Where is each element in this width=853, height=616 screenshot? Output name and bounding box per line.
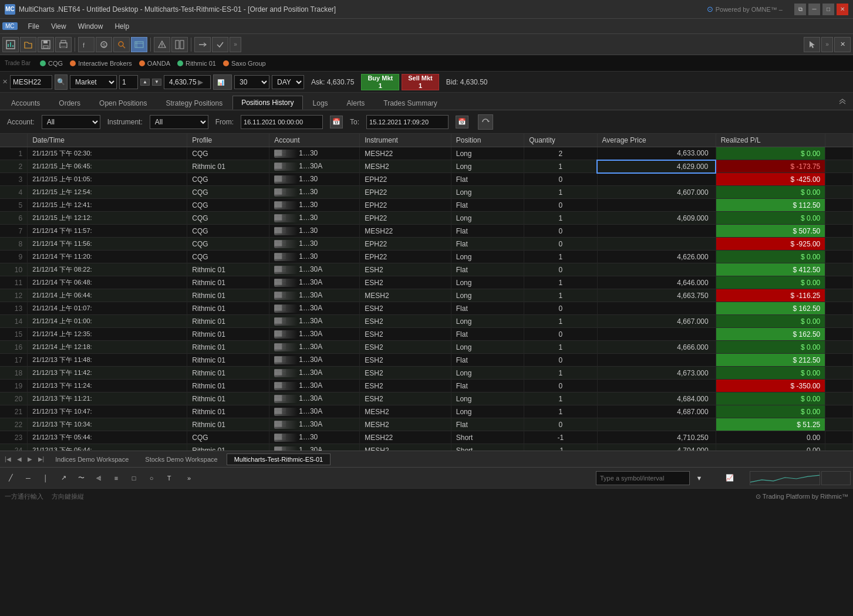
instrument-filter[interactable]: All <box>150 115 208 129</box>
table-row[interactable]: 20 21/12/13 下午 11:21: Rithmic 01 ▓▓░1…30… <box>0 392 853 405</box>
from-date-input[interactable] <box>241 115 323 129</box>
expand-btn[interactable] <box>834 96 851 110</box>
tab-logs[interactable]: Logs <box>304 96 337 110</box>
tab-stocks-workspace[interactable]: Stocks Demo Workspace <box>137 453 225 465</box>
tab-trades-summary[interactable]: Trades Summary <box>375 96 446 110</box>
table-row[interactable]: 16 21/12/14 上午 12:18: Rithmic 01 ▓▓░1…30… <box>0 341 853 354</box>
strategy-btn[interactable]: S <box>96 37 112 52</box>
tab-positions-history[interactable]: Positions History <box>232 96 302 110</box>
tab-strategy-positions[interactable]: Strategy Positions <box>157 96 231 110</box>
restore-btn[interactable]: ⧉ <box>794 4 806 15</box>
maximize-btn[interactable]: □ <box>822 4 834 15</box>
table-row[interactable]: 14 21/12/14 上午 01:00: Rithmic 01 ▓▓░1…30… <box>0 315 853 328</box>
table-row[interactable]: 13 21/12/14 上午 01:07: Rithmic 01 ▓▓░1…30… <box>0 302 853 315</box>
close-btn[interactable]: ✕ <box>837 4 848 15</box>
table-row[interactable]: 19 21/12/13 下午 11:24: Rithmic 01 ▓▓░1…30… <box>0 380 853 392</box>
chart-select[interactable]: 30 <box>234 75 269 89</box>
table-row[interactable]: 23 21/12/13 下午 05:44: CQG ▓▓░1…30 MESH22… <box>0 431 853 444</box>
qty-up-btn[interactable]: ▲ <box>140 79 150 86</box>
price-icon-btn[interactable]: 📊 <box>213 75 232 90</box>
order-tracker-btn[interactable] <box>131 37 147 52</box>
table-row[interactable]: 17 21/12/13 下午 11:48: Rithmic 01 ▓▓░1…30… <box>0 354 853 367</box>
symbol-search-btn[interactable]: 🔍 <box>55 75 68 90</box>
prev-tab-btn[interactable]: ◀ <box>15 455 24 463</box>
table-row[interactable]: 2 21/12/15 上午 06:45: Rithmic 01 ▓▓░1…30A… <box>0 160 853 173</box>
table-row[interactable]: 3 21/12/15 上午 01:05: CQG ▓▓░1…30 EPH22 F… <box>0 173 853 186</box>
col-instrument[interactable]: Instrument <box>360 134 451 147</box>
draw-vline-btn[interactable]: │ <box>38 471 54 486</box>
first-tab-btn[interactable]: |◀ <box>2 455 14 463</box>
col-avg-price[interactable]: Average Price <box>597 134 716 147</box>
sell-market-btn[interactable]: Sell Mkt1 <box>402 74 439 90</box>
close-trade-bar-btn[interactable]: ✕ <box>2 78 8 86</box>
draw-ellipse-btn[interactable]: ○ <box>143 471 160 486</box>
table-row[interactable]: 10 21/12/14 下午 08:22: Rithmic 01 ▓▓░1…30… <box>0 263 853 276</box>
order-type-select[interactable]: Market <box>70 75 117 89</box>
menu-file[interactable]: File <box>22 21 45 32</box>
col-quantity[interactable]: Quantity <box>524 134 597 147</box>
qty-down-btn[interactable]: ▼ <box>152 79 161 86</box>
save-btn[interactable] <box>38 37 54 52</box>
from-calendar-btn[interactable]: 📅 <box>330 116 343 128</box>
col-profile[interactable]: Profile <box>187 134 269 147</box>
cursor-btn[interactable] <box>804 37 820 52</box>
scanner-btn[interactable] <box>113 37 130 52</box>
tab-indices-workspace[interactable]: Indices Demo Workspace <box>48 453 136 465</box>
draw-rect-btn[interactable]: □ <box>126 471 142 486</box>
table-row[interactable]: 5 21/12/15 上午 12:41: CQG ▓▓░1…30 EPH22 F… <box>0 199 853 212</box>
alerts-btn[interactable] <box>154 37 170 52</box>
tab-accounts[interactable]: Accounts <box>2 96 49 110</box>
table-row[interactable]: 22 21/12/13 下午 10:34: Rithmic 01 ▓▓░1…30… <box>0 418 853 431</box>
tab-open-positions[interactable]: Open Positions <box>90 96 156 110</box>
table-row[interactable]: 15 21/12/14 上午 12:35: Rithmic 01 ▓▓░1…30… <box>0 328 853 341</box>
menu-window[interactable]: Window <box>72 21 109 32</box>
symbol-interval-input[interactable] <box>596 471 690 485</box>
close-panel-btn[interactable]: ✕ <box>834 37 851 52</box>
new-chart-btn[interactable] <box>2 37 19 52</box>
print-btn[interactable] <box>55 37 72 52</box>
tab-alerts[interactable]: Alerts <box>338 96 374 110</box>
chart-view-btn[interactable]: 📈 <box>721 471 738 486</box>
table-row[interactable]: 1 21/12/15 下午 02:30: CQG ▓▓░1…30 MESH22 … <box>0 147 853 160</box>
open-btn[interactable] <box>20 37 36 52</box>
refresh-btn[interactable] <box>478 114 493 130</box>
toolbar-more-right[interactable]: » <box>821 37 833 52</box>
interval-select[interactable]: DAY <box>272 75 304 89</box>
buy-market-btn[interactable]: Buy Mkt1 <box>361 74 399 90</box>
check-btn[interactable] <box>212 37 228 52</box>
symbol-input[interactable] <box>10 75 52 89</box>
table-row[interactable]: 12 21/12/14 上午 06:44: Rithmic 01 ▓▓░1…30… <box>0 289 853 302</box>
menu-help[interactable]: Help <box>109 21 135 32</box>
draw-fib-btn[interactable]: ≡ <box>108 471 124 486</box>
account-filter[interactable]: All <box>42 115 100 129</box>
minimize-btn[interactable]: ─ <box>808 4 820 15</box>
table-row[interactable]: 24 21/12/13 下午 05:44: Rithmic 01 ▓▓░1…30… <box>0 444 853 451</box>
trade-btn[interactable] <box>194 37 211 52</box>
draw-more-btn[interactable]: » <box>181 471 197 486</box>
symbol-interval-btn[interactable]: ▼ <box>691 471 707 486</box>
table-row[interactable]: 7 21/12/14 下午 11:57: CQG ▓▓░1…30 MESH22 … <box>0 225 853 238</box>
draw-hline-btn[interactable]: ─ <box>20 471 36 486</box>
draw-arrow-btn[interactable]: ↗ <box>55 471 72 486</box>
table-row[interactable]: 18 21/12/13 下午 11:42: Rithmic 01 ▓▓░1…30… <box>0 367 853 380</box>
menu-view[interactable]: View <box>45 21 72 32</box>
more-btn[interactable]: » <box>230 37 241 52</box>
draw-path-btn[interactable]: 〜 <box>73 471 89 486</box>
draw-text-btn[interactable]: T <box>161 471 177 486</box>
table-row[interactable]: 21 21/12/13 下午 10:47: Rithmic 01 ▓▓░1…30… <box>0 405 853 418</box>
col-pnl[interactable]: Realized P/L <box>716 134 825 147</box>
tab-rithmic-workspace[interactable]: Multicharts-Test-Rithmic-ES-01 <box>227 453 331 465</box>
table-row[interactable]: 6 21/12/15 上午 12:12: CQG ▓▓░1…30 EPH22 L… <box>0 212 853 225</box>
col-account[interactable]: Account <box>269 134 360 147</box>
indicator-btn[interactable]: f <box>78 37 95 52</box>
table-row[interactable]: 11 21/12/14 下午 06:48: Rithmic 01 ▓▓░1…30… <box>0 276 853 289</box>
to-calendar-btn[interactable]: 📅 <box>456 116 468 128</box>
table-row[interactable]: 9 21/12/14 下午 11:20: CQG ▓▓░1…30 EPH22 L… <box>0 251 853 263</box>
dom-btn[interactable] <box>171 37 188 52</box>
tab-orders[interactable]: Orders <box>50 96 89 110</box>
draw-channel-btn[interactable]: ⫷ <box>90 471 107 486</box>
next-tab-btn[interactable]: ▶ <box>25 455 35 463</box>
draw-line-btn[interactable]: ╱ <box>2 471 19 486</box>
to-date-input[interactable] <box>366 115 449 129</box>
table-row[interactable]: 4 21/12/15 上午 12:54: CQG ▓▓░1…30 EPH22 L… <box>0 186 853 199</box>
